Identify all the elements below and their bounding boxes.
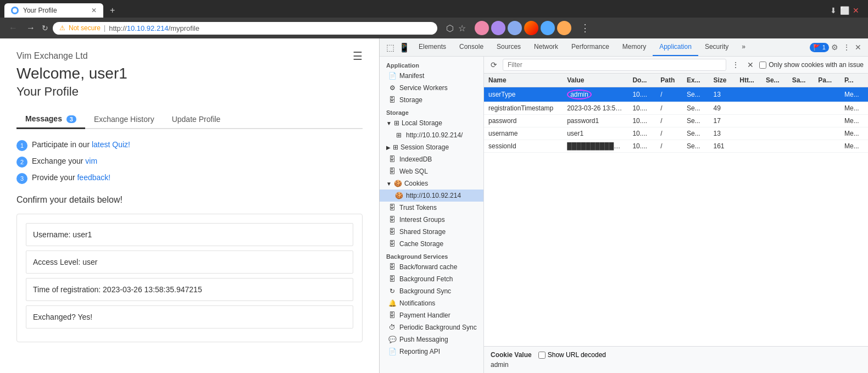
devtools-body: Application 📄 Manifest ⚙ Service Workers… — [380, 57, 868, 373]
devtools-panel: ⬚ 📱 Elements Console Sources Network Per… — [379, 38, 868, 373]
only-issues-checkbox[interactable] — [759, 62, 766, 69]
vim-link[interactable]: vim — [85, 157, 97, 165]
filter-input[interactable] — [503, 59, 726, 71]
sidebar-interest-groups[interactable]: 🗄 Interest Groups — [380, 214, 483, 226]
col-header-domain: Do... — [628, 74, 656, 87]
profile-icon-6[interactable] — [557, 21, 571, 35]
profile-icon-3[interactable] — [508, 21, 522, 35]
devtools-tab-performance[interactable]: Performance — [565, 38, 616, 56]
devtools-issues-badge[interactable]: 🚩 1 — [810, 43, 829, 52]
devtools-tab-console[interactable]: Console — [453, 38, 490, 56]
tab-update-profile[interactable]: Update Profile — [163, 110, 230, 128]
devtools-close-button[interactable]: ✕ — [853, 41, 864, 54]
sidebar-shared-storage[interactable]: 🗄 Shared Storage — [380, 226, 483, 238]
cookie-value-section: Cookie Value admin Show URL decoded — [484, 346, 868, 373]
session-storage-arrow: ▶ — [386, 144, 391, 151]
sidebar-indexed-db[interactable]: 🗄 IndexedDB — [380, 153, 483, 165]
address-separator: | — [104, 24, 105, 32]
tab-messages[interactable]: Messages 3 — [16, 110, 85, 129]
cookie-value-text: admin — [491, 361, 532, 369]
devtools-tab-memory[interactable]: Memory — [616, 38, 653, 56]
tab-exchange-history[interactable]: Exchange History — [85, 110, 163, 128]
profile-title: Your Profile — [16, 85, 363, 99]
profile-icon-5[interactable] — [541, 21, 555, 35]
sidebar-back-forward-cache[interactable]: 🗄 Back/forward cache — [380, 261, 483, 273]
local-storage-header[interactable]: ▼ ⊞ Local Storage — [380, 117, 483, 129]
tab-favicon — [11, 7, 19, 14]
site-header: Vim Exchange Ltd ☰ — [16, 49, 363, 63]
local-storage-group: ▼ ⊞ Local Storage ⊞ http://10.10.92.214/ — [380, 117, 483, 141]
session-storage-header[interactable]: ▶ ⊞ Session Storage — [380, 141, 483, 153]
detail-access-level: Access Level: user — [26, 250, 353, 274]
sidebar-background-sync[interactable]: ↻ Background Sync — [380, 285, 483, 297]
feedback-link[interactable]: feedback! — [77, 173, 110, 182]
indexed-db-icon: 🗄 — [388, 155, 396, 163]
refresh-button[interactable]: ⟳ — [488, 59, 499, 70]
highlight-value: admin — [567, 90, 592, 99]
cookies-icon: 🍪 — [394, 180, 402, 187]
devtools-settings-button[interactable]: ⚙ — [829, 41, 841, 54]
close-tab-button[interactable]: ✕ — [91, 7, 97, 14]
browser-menu-button[interactable]: ⋮ — [580, 22, 590, 34]
hamburger-menu[interactable]: ☰ — [353, 49, 363, 63]
sidebar-storage-item[interactable]: 🗄 Storage — [380, 94, 483, 106]
sidebar-periodic-background-sync[interactable]: ⏱ Periodic Background Sync — [380, 321, 483, 333]
clear-filter-button[interactable]: ✕ — [745, 59, 756, 70]
sidebar-payment-handler[interactable]: 🗄 Payment Handler — [380, 309, 483, 321]
cookie-table-wrap: Name Value Do... Path Ex... Size Htt... … — [484, 74, 868, 346]
cookies-header[interactable]: ▼ 🍪 Cookies — [380, 177, 483, 190]
devtools-inspect-button[interactable]: ⬚ — [384, 40, 397, 55]
only-issues-label[interactable]: Only show cookies with an issue — [759, 61, 864, 69]
tab-max-icon: ⬜ — [840, 6, 849, 15]
sidebar-manifest[interactable]: 📄 Manifest — [380, 70, 483, 82]
col-header-priority: P... — [840, 74, 868, 87]
bookmark-button[interactable]: ☆ — [458, 23, 466, 34]
sidebar-notifications[interactable]: 🔔 Notifications — [380, 297, 483, 309]
table-row[interactable]: usernameuser110..../Se...13Me... — [484, 127, 868, 140]
sidebar-local-storage-url[interactable]: ⊞ http://10.10.92.214/ — [380, 129, 483, 141]
sidebar-cache-storage[interactable]: 🗄 Cache Storage — [380, 238, 483, 250]
cache-storage-icon: 🗄 — [388, 240, 396, 248]
devtools-device-button[interactable]: 📱 — [397, 40, 412, 55]
devtools-tab-sources[interactable]: Sources — [490, 38, 527, 56]
sidebar-cookies-url[interactable]: 🍪 http://10.10.92.214 — [380, 190, 483, 202]
reload-button[interactable]: ↻ — [42, 24, 48, 32]
filter-options-button[interactable]: ⋮ — [730, 59, 742, 70]
sidebar-push-messaging[interactable]: 💬 Push Messaging — [380, 333, 483, 346]
profile-icon-1[interactable] — [475, 21, 489, 35]
new-tab-button[interactable]: + — [105, 3, 119, 18]
table-row[interactable]: passwordpassword110..../Se...17Me... — [484, 115, 868, 127]
show-decoded-checkbox[interactable] — [538, 352, 546, 359]
site-name: Vim Exchange Ltd — [16, 51, 88, 61]
sidebar-service-workers[interactable]: ⚙ Service Workers — [380, 82, 483, 94]
sidebar-reporting-api[interactable]: 📄 Reporting API — [380, 346, 483, 358]
devtools-tab-application[interactable]: Application — [653, 38, 698, 56]
back-button[interactable]: ← — [7, 22, 20, 34]
profile-icon-2[interactable] — [491, 21, 505, 35]
devtools-tab-elements[interactable]: Elements — [412, 38, 453, 56]
sidebar-trust-tokens[interactable]: 🗄 Trust Tokens — [380, 202, 483, 214]
local-storage-url-icon: ⊞ — [395, 131, 403, 139]
browser-chrome: Your Profile ✕ + ⬇ ⬜ ✕ ← → ↻ ⚠ Not secur… — [0, 0, 868, 38]
devtools-tabs: ⬚ 📱 Elements Console Sources Network Per… — [380, 38, 868, 57]
col-header-value: Value — [563, 74, 628, 87]
sidebar-web-sql[interactable]: 🗄 Web SQL — [380, 165, 483, 177]
forward-button[interactable]: → — [24, 22, 37, 34]
sidebar-background-fetch[interactable]: 🗄 Background Fetch — [380, 273, 483, 285]
profile-icon-4[interactable] — [524, 21, 538, 35]
show-decoded-label[interactable]: Show URL decoded — [538, 351, 606, 359]
table-row[interactable]: userTypeadmin10..../Se...13Me... — [484, 87, 868, 102]
devtools-more-button[interactable]: ⋮ — [841, 41, 853, 54]
devtools-tab-security[interactable]: Security — [698, 38, 735, 56]
quiz-link[interactable]: latest Quiz! — [92, 140, 130, 149]
devtools-tab-network[interactable]: Network — [527, 38, 565, 56]
shared-storage-icon: 🗄 — [388, 228, 396, 236]
share-button[interactable]: ⬡ — [446, 23, 454, 34]
devtools-tab-overflow[interactable]: » — [735, 38, 810, 56]
tab-close-icon[interactable]: ✕ — [853, 6, 859, 15]
active-tab[interactable]: Your Profile ✕ — [4, 3, 103, 18]
table-row[interactable]: sessionId████████████████████10..../Se..… — [484, 140, 868, 153]
address-input[interactable]: ⚠ Not secure | http://10.10.92.214/mypro… — [53, 22, 437, 35]
storage-section-label: Storage — [380, 106, 483, 117]
table-row[interactable]: registrationTimestamp2023-03-26 13:58:35… — [484, 102, 868, 115]
